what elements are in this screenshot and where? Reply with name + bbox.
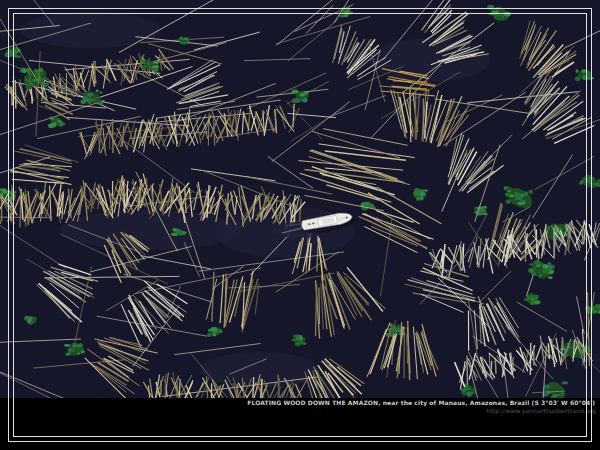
wallpaper: FLOATING WOOD DOWN THE AMAZON, near the … <box>0 0 600 450</box>
aerial-photo <box>0 0 600 450</box>
photo-credit-url: http://www.yannarthusbertrand.org <box>486 407 596 414</box>
photo-caption: FLOATING WOOD DOWN THE AMAZON, near the … <box>247 399 595 406</box>
caption-bar: FLOATING WOOD DOWN THE AMAZON, near the … <box>0 398 600 450</box>
